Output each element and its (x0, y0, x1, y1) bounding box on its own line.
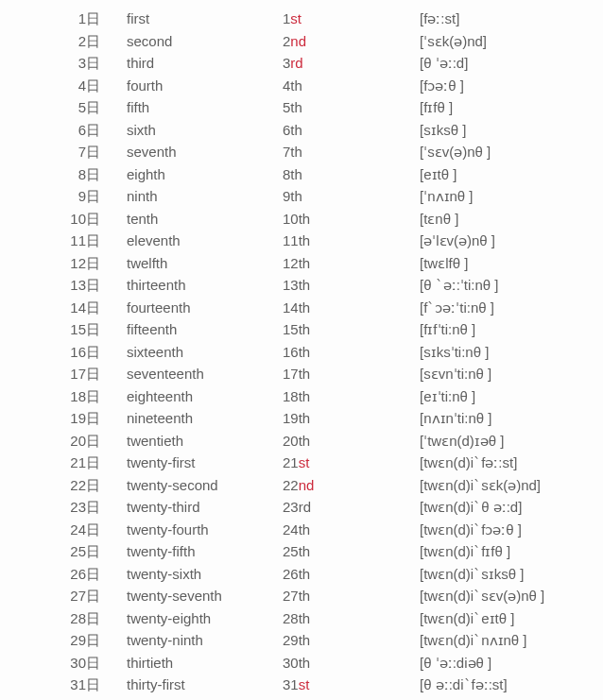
abbr-pre: 21 (283, 454, 299, 470)
cell-abbr: 18th (283, 385, 420, 408)
cell-word: thirtieth (127, 652, 283, 674)
table-row: 16日sixteenth16th[sɪksˈti:nθ ] (6, 341, 597, 364)
cell-abbr: 15th (283, 318, 420, 341)
cell-ipa: [fˋɔəːˈti:nθ ] (420, 297, 597, 319)
cell-ipa: [əˈlɛv(ə)nθ ] (420, 230, 597, 252)
cell-day: 16日 (6, 341, 127, 364)
abbr-pre: 4th (283, 77, 302, 94)
cell-ipa: [θ ˈəː:d] (420, 52, 597, 75)
cell-abbr: 10th (283, 208, 420, 230)
cell-day: 7日 (6, 141, 127, 163)
abbr-pre: 14th (283, 299, 310, 316)
cell-day: 23日 (6, 496, 127, 519)
cell-day: 24日 (6, 519, 127, 541)
abbr-pre: 24th (283, 521, 310, 538)
table-row: 28日twenty-eighth28th[twɛn(d)iˋeɪtθ ] (6, 607, 597, 630)
abbr-pre: 30th (283, 655, 310, 671)
abbr-pre: 5th (283, 99, 302, 115)
table-row: 14日fourteenth14th[fˋɔəːˈti:nθ ] (6, 297, 597, 319)
abbr-suffix-highlight: nd (290, 33, 306, 49)
cell-ipa: [ˈsɛv(ə)nθ ] (420, 141, 597, 163)
cell-ipa: [ˈtwɛn(d)ɪəθ ] (420, 430, 597, 452)
abbr-pre: 29th (283, 632, 310, 648)
cell-abbr: 21st (283, 452, 420, 474)
abbr-pre: 6th (283, 122, 302, 138)
cell-day: 1日 (6, 8, 127, 30)
cell-word: twenty-sixth (127, 563, 283, 586)
table-row: 23日twenty-third23rd[twɛn(d)iˋθ əː:d] (6, 496, 597, 519)
cell-day: 5日 (6, 96, 127, 119)
table-row: 20日twentieth20th[ˈtwɛn(d)ɪəθ ] (6, 430, 597, 452)
cell-day: 17日 (6, 363, 127, 385)
cell-day: 26日 (6, 563, 127, 586)
cell-ipa: [twɛn(d)iˋsɪksθ ] (420, 563, 597, 586)
cell-word: twelfth (127, 252, 283, 275)
table-row: 24日twenty-fourth24th[twɛn(d)iˋfɔəːθ ] (6, 519, 597, 541)
cell-day: 20日 (6, 430, 127, 452)
abbr-pre: 22 (283, 477, 299, 493)
abbr-pre: 13th (283, 277, 310, 293)
cell-ipa: [ˈnʌɪnθ ] (420, 185, 597, 208)
cell-abbr: 5th (283, 96, 420, 119)
cell-ipa: [eɪˈti:nθ ] (420, 385, 597, 408)
cell-word: twentieth (127, 430, 283, 452)
table-row: 5日fifth5th[fɪfθ ] (6, 96, 597, 119)
cell-abbr: 8th (283, 163, 420, 186)
cell-abbr: 4th (283, 75, 420, 97)
abbr-suffix-highlight: rd (290, 55, 302, 71)
table-row: 19日nineteenth19th[nʌɪnˈti:nθ ] (6, 407, 597, 430)
abbr-pre: 15th (283, 321, 310, 337)
cell-day: 15日 (6, 318, 127, 341)
cell-word: fourteenth (127, 297, 283, 319)
cell-ipa: [nʌɪnˈti:nθ ] (420, 407, 597, 430)
cell-ipa: [θ əː:diˋfəː:st] (420, 674, 597, 696)
table-row: 9日ninth9th[ˈnʌɪnθ ] (6, 185, 597, 208)
cell-word: seventeenth (127, 363, 283, 385)
table-row: 6日sixth6th[sɪksθ ] (6, 119, 597, 142)
abbr-suffix-highlight: st (299, 676, 310, 692)
abbr-pre: 31 (283, 676, 299, 692)
cell-abbr: 23rd (283, 496, 420, 519)
cell-abbr: 16th (283, 341, 420, 364)
table-row: 3日third3rd[θ ˈəː:d] (6, 52, 597, 75)
abbr-suffix-highlight: nd (299, 477, 315, 493)
abbr-pre: 26th (283, 566, 310, 582)
cell-abbr: 19th (283, 407, 420, 430)
abbr-pre: 28th (283, 610, 310, 626)
cell-abbr: 9th (283, 185, 420, 208)
cell-ipa: [fəː:st] (420, 8, 597, 30)
cell-day: 25日 (6, 540, 127, 563)
cell-word: seventh (127, 141, 283, 163)
cell-word: third (127, 52, 283, 75)
cell-abbr: 20th (283, 430, 420, 452)
table-row: 4日fourth4th[fɔəːθ ] (6, 75, 597, 97)
cell-day: 2日 (6, 30, 127, 53)
abbr-pre: 25th (283, 543, 310, 559)
cell-abbr: 1st (283, 8, 420, 30)
cell-ipa: [ˈsɛk(ə)nd] (420, 30, 597, 53)
table-row: 26日twenty-sixth26th[twɛn(d)iˋsɪksθ ] (6, 563, 597, 586)
table-row: 21日twenty-first21st[twɛn(d)iˋfəː:st] (6, 452, 597, 474)
cell-word: eighth (127, 163, 283, 186)
cell-ipa: [twɛn(d)iˋeɪtθ ] (420, 607, 597, 630)
cell-ipa: [twɛn(d)iˋfɪfθ ] (420, 540, 597, 563)
table-row: 15日fifteenth15th[fɪfˈti:nθ ] (6, 318, 597, 341)
abbr-pre: 8th (283, 166, 302, 182)
abbr-pre: 19th (283, 410, 310, 426)
cell-day: 10日 (6, 208, 127, 230)
cell-ipa: [twɛn(d)iˋsɛk(ə)nd] (420, 474, 597, 497)
cell-abbr: 30th (283, 652, 420, 674)
cell-word: eighteenth (127, 385, 283, 408)
cell-word: twenty-fourth (127, 519, 283, 541)
cell-day: 3日 (6, 52, 127, 75)
cell-day: 14日 (6, 297, 127, 319)
cell-word: twenty-fifth (127, 540, 283, 563)
table-row: 13日thirteenth13th[θ ˋəː:ˈti:nθ ] (6, 274, 597, 297)
cell-word: sixteenth (127, 341, 283, 364)
cell-ipa: [twɛn(d)iˋnʌɪnθ ] (420, 629, 597, 652)
cell-abbr: 29th (283, 629, 420, 652)
abbr-pre: 9th (283, 188, 302, 204)
table-row: 27日twenty-seventh27th[twɛn(d)iˋsɛv(ə)nθ … (6, 585, 597, 607)
cell-abbr: 14th (283, 297, 420, 319)
abbr-pre: 7th (283, 144, 302, 160)
